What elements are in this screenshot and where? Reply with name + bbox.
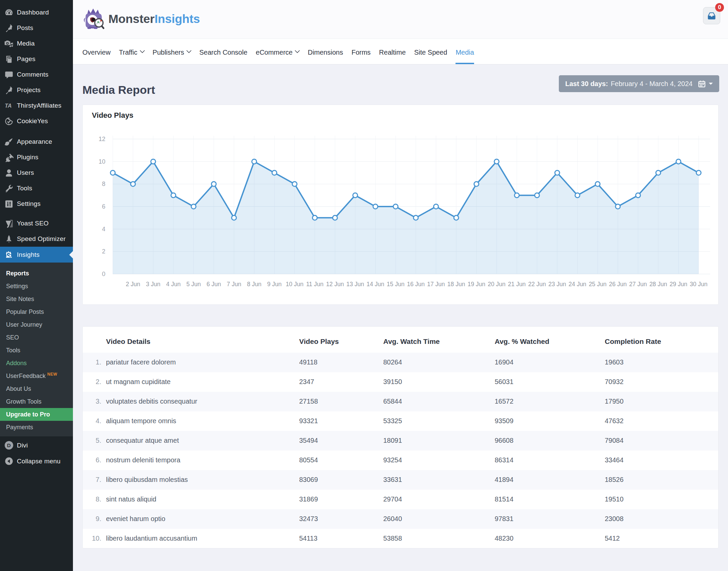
svg-text:2 Jun: 2 Jun (126, 281, 140, 288)
sidebar-item-divi[interactable]: D Divi (0, 437, 73, 453)
chevron-down-icon (295, 48, 300, 53)
row-rank: 4. (83, 417, 101, 425)
submenu-item-about-us[interactable]: About Us (0, 382, 73, 395)
submenu-item-seo[interactable]: SEO (0, 331, 73, 344)
svg-text:15 Jun: 15 Jun (387, 281, 405, 288)
svg-text:4: 4 (102, 226, 105, 233)
logo-text-insights: Insights (155, 12, 200, 26)
svg-text:23 Jun: 23 Jun (548, 281, 566, 288)
logo-text-monster: Monster (108, 12, 155, 26)
sidebar-item-posts[interactable]: Posts (0, 20, 73, 36)
table-header-row: Video DetailsVideo PlaysAvg. Watch TimeA… (83, 327, 718, 353)
sidebar-item-label: Insights (17, 251, 40, 259)
row-rank: 6. (83, 456, 101, 464)
svg-text:3 Jun: 3 Jun (146, 281, 160, 288)
tab-publishers[interactable]: Publishers (153, 39, 191, 64)
sidebar-item-appearance[interactable]: Appearance (0, 134, 73, 149)
sidebar-item-dashboard[interactable]: Dashboard (0, 5, 73, 20)
table-row[interactable]: 4. aliquam tempore omnis 93321 53325 935… (83, 411, 718, 431)
table-row[interactable]: 6. nostrum deleniti tempora 80554 93254 … (83, 451, 718, 470)
submenu-item-label: SEO (6, 334, 19, 341)
cell-completion-rate: 79084 (605, 437, 624, 444)
user-icon (4, 168, 14, 178)
row-rank: 10. (83, 535, 101, 542)
svg-text:2: 2 (102, 248, 105, 255)
submenu-item-popular-posts[interactable]: Popular Posts (0, 305, 73, 318)
svg-text:12: 12 (99, 136, 105, 142)
monsterinsights-media-report-page: Dashboard Posts Media Pages Comments Pro… (0, 0, 728, 571)
table-row[interactable]: 8. sint natus aliquid 31869 29704 81514 … (83, 490, 718, 509)
cell-video-plays: 83069 (299, 476, 318, 484)
sidebar-item-media[interactable]: Media (0, 36, 73, 51)
collapse-icon (4, 457, 14, 466)
pages-icon (4, 55, 14, 64)
sidebar-item-plugins[interactable]: Plugins (0, 149, 73, 165)
submenu-item-upgrade-to-pro[interactable]: Upgrade to Pro (0, 408, 73, 421)
submenu-item-payments[interactable]: Payments (0, 421, 73, 434)
cell-video-plays: 54113 (299, 535, 317, 542)
tab-dimensions[interactable]: Dimensions (308, 39, 343, 64)
sidebar-item-label: Comments (17, 71, 48, 78)
tab-site-speed[interactable]: Site Speed (414, 39, 447, 64)
row-rank: 9. (83, 515, 101, 523)
table-row[interactable]: 9. eveniet harum optio 32473 26040 97831… (83, 509, 718, 529)
sidebar-item-label: Yoast SEO (17, 220, 49, 227)
date-range-picker-button[interactable]: Last 30 days: February 4 - March 4, 2024 (559, 75, 719, 92)
submenu-item-addons[interactable]: Addons (0, 357, 73, 370)
sidebar-item-yoast-seo[interactable]: Yoast SEO (0, 216, 73, 231)
table-row[interactable]: 2. ut magnam cupiditate 2347 39150 56031… (83, 372, 718, 392)
sidebar-item-insights[interactable]: Insights (0, 247, 73, 263)
submenu-item-site-notes[interactable]: Site Notes (0, 293, 73, 305)
inbox-icon (707, 11, 717, 21)
cell-avg-watch-time: 65844 (383, 398, 402, 405)
tab-media[interactable]: Media (456, 39, 474, 64)
svg-text:6: 6 (102, 203, 105, 210)
submenu-item-settings[interactable]: Settings (0, 280, 73, 293)
column-header-completion: Completion Rate (605, 337, 661, 346)
sidebar-item-comments[interactable]: Comments (0, 67, 73, 82)
svg-text:10: 10 (99, 158, 105, 165)
svg-text:TA: TA (5, 103, 12, 109)
tab-search-console[interactable]: Search Console (199, 39, 247, 64)
tab-ecommerce[interactable]: eCommerce (256, 39, 300, 64)
submenu-item-growth-tools[interactable]: Growth Tools (0, 395, 73, 408)
table-row[interactable]: 10. libero laudantium accusantium 54113 … (83, 529, 718, 548)
table-row[interactable]: 3. voluptates debitis consequatur 27158 … (83, 392, 718, 411)
sidebar-item-thirstyaffiliates[interactable]: TA ThirstyAffiliates (0, 98, 73, 113)
sidebar-menu: Dashboard Posts Media Pages Comments Pro… (0, 0, 73, 263)
sidebar-item-speed-optimizer[interactable]: Speed Optimizer (0, 231, 73, 247)
logo-text: MonsterInsights (108, 12, 200, 26)
tab-overview[interactable]: Overview (82, 39, 110, 64)
submenu-item-reports[interactable]: Reports (0, 267, 73, 280)
sidebar-item-cookieyes[interactable]: CookieYes (0, 113, 73, 129)
video-details-table-card: Video DetailsVideo PlaysAvg. Watch TimeA… (82, 326, 719, 548)
svg-text:7 Jun: 7 Jun (227, 281, 241, 288)
table-row[interactable]: 5. consequatur atque amet 35494 18091 96… (83, 431, 718, 451)
chevron-down-icon (186, 48, 192, 53)
tab-forms[interactable]: Forms (352, 39, 371, 64)
sidebar-item-projects[interactable]: Projects (0, 82, 73, 98)
row-rank: 5. (83, 437, 101, 444)
table-row[interactable]: 1. pariatur facere dolorem 49118 80264 1… (83, 353, 718, 372)
table-row[interactable]: 7. libero quibusdam molestias 83069 3363… (83, 470, 718, 490)
tab-realtime[interactable]: Realtime (379, 39, 406, 64)
svg-text:D: D (7, 442, 11, 448)
sidebar-item-pages[interactable]: Pages (0, 51, 73, 67)
sidebar-item-users[interactable]: Users (0, 165, 73, 181)
cell-completion-rate: 33464 (605, 456, 624, 464)
submenu-item-user-journey[interactable]: User Journey (0, 318, 73, 331)
tab-traffic[interactable]: Traffic (119, 39, 144, 64)
cell-avg-watch-time: 80264 (383, 358, 402, 366)
svg-text:13 Jun: 13 Jun (346, 281, 364, 288)
submenu-item-label: Upgrade to Pro (6, 411, 50, 418)
svg-text:25 Jun: 25 Jun (589, 281, 607, 288)
menu-separator (0, 129, 73, 134)
sidebar-item-tools[interactable]: Tools (0, 181, 73, 196)
sidebar-item-collapse-menu[interactable]: Collapse menu (0, 453, 73, 469)
submenu-item-userfeedback[interactable]: UserFeedbackNEW (0, 370, 73, 382)
comment-icon (4, 70, 14, 79)
sidebar-item-settings[interactable]: Settings (0, 196, 73, 212)
submenu-item-tools[interactable]: Tools (0, 344, 73, 357)
svg-text:8: 8 (102, 181, 105, 187)
notifications-inbox-button[interactable]: 0 (703, 7, 720, 24)
